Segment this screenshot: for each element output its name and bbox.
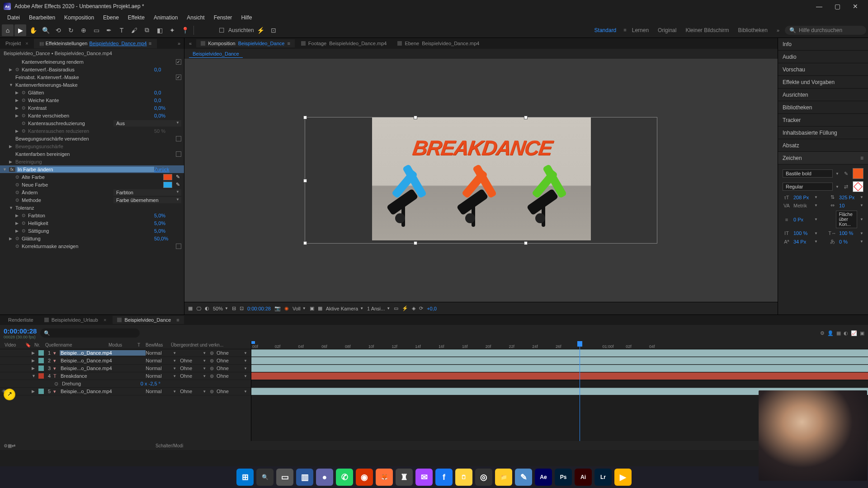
default-bg-icon[interactable]: ⊡ xyxy=(268,24,279,36)
hscale-value[interactable]: 100 % xyxy=(839,230,857,236)
menu-ansicht[interactable]: Ansicht xyxy=(182,14,209,22)
effect-row[interactable]: ▶⊙Helligkeit5,0% xyxy=(0,219,184,227)
clone-tool[interactable]: ⧉ xyxy=(141,24,153,36)
baseline-value[interactable]: 34 Px xyxy=(793,239,811,244)
comp-tab[interactable]: FootageBeispielvideo_Dance.mp4 xyxy=(297,39,392,47)
effect-row[interactable]: ▶⊙Weiche Kante0,0 xyxy=(0,96,184,104)
flowchart-icon[interactable]: ⟳ xyxy=(419,305,423,311)
rotate-tool[interactable]: ↻ xyxy=(65,24,77,36)
shy-icon[interactable]: 👤 xyxy=(827,330,834,336)
color-swatch[interactable] xyxy=(163,174,172,180)
menu-effekte[interactable]: Effekte xyxy=(123,14,149,22)
stopwatch-icon[interactable]: ⊙ xyxy=(22,121,25,126)
tracking-value[interactable]: 10 xyxy=(839,203,857,208)
stroke-swap-icon[interactable]: ⇄ xyxy=(842,184,850,190)
roi-icon[interactable]: ▣ xyxy=(310,305,314,311)
comp-sub-tab[interactable]: Beispielvideo_Dance xyxy=(189,50,243,58)
panel-overflow-icon[interactable]: » xyxy=(174,41,184,46)
checkbox[interactable] xyxy=(176,244,181,249)
comp-tab[interactable]: KompositionBeispielvideo_Dance≡ xyxy=(196,39,295,47)
project-tab[interactable]: Projekt× xyxy=(0,39,34,48)
font-style-dropdown[interactable]: Regular xyxy=(783,183,833,191)
menu-datei[interactable]: Datei xyxy=(3,14,24,22)
taskbar-app-icon[interactable]: Ai xyxy=(575,469,592,486)
workspace-original[interactable]: Original xyxy=(654,27,680,33)
panel-info[interactable]: Info xyxy=(778,38,868,51)
panel-bibliotheken[interactable]: Bibliotheken xyxy=(778,101,868,114)
dropdown[interactable]: Aus xyxy=(113,120,181,127)
stopwatch-icon[interactable]: ⊙ xyxy=(22,128,25,133)
fill-color-swatch[interactable] xyxy=(853,168,863,179)
taskbar-app-icon[interactable]: ▶ xyxy=(614,469,632,486)
taskbar-app-icon[interactable]: f xyxy=(435,469,453,486)
switches-label[interactable]: Schalter/Modi xyxy=(156,443,183,448)
effect-row[interactable]: ▶⊙Glätten0,0 xyxy=(0,89,184,96)
zoom-dropdown[interactable]: 50% ▼ xyxy=(213,306,228,311)
timeline-timecode[interactable]: 0:00:00:28 xyxy=(4,327,37,335)
timecode-icon[interactable]: ⊡ xyxy=(240,305,244,311)
taskbar-app-icon[interactable]: Ae xyxy=(535,469,552,486)
taskbar-app-icon[interactable]: ⊞ xyxy=(236,469,254,486)
pixel-aspect-icon[interactable]: ▭ xyxy=(394,305,398,311)
font-size-value[interactable]: 208 Px xyxy=(793,195,811,200)
panel-menu-icon[interactable]: ≡ xyxy=(860,155,863,161)
font-family-dropdown[interactable]: Bastile bold xyxy=(783,169,833,178)
taskbar-app-icon[interactable]: ● xyxy=(316,469,333,486)
transparency-icon[interactable]: ▦ xyxy=(318,305,322,311)
layer-property-row[interactable]: ⊙Drehung0 x -2,5 ° xyxy=(0,380,251,388)
handle-br[interactable] xyxy=(524,241,528,245)
taskbar-app-icon[interactable]: 📁 xyxy=(495,469,512,486)
color-swatch[interactable] xyxy=(163,182,172,188)
taskbar-app-icon[interactable]: ▭ xyxy=(276,469,293,486)
panel-inhaltsbasierte-füllung[interactable]: Inhaltsbasierte Füllung xyxy=(778,127,868,139)
effect-row[interactable]: ▼Kantenverfeinerungs-Maske xyxy=(0,81,184,89)
taskbar-app-icon[interactable]: ◉ xyxy=(356,469,373,486)
effect-row[interactable]: ▼Toleranz xyxy=(0,204,184,211)
handle-tm[interactable] xyxy=(414,116,417,119)
workspace-lernen[interactable]: Lernen xyxy=(628,27,652,33)
effect-row[interactable]: ⊙Neue Farbe✎ xyxy=(0,181,184,188)
snap-checkbox[interactable]: ☐ xyxy=(216,24,227,36)
taskbar-app-icon[interactable]: ✆ xyxy=(336,469,353,486)
menu-fenster[interactable]: Fenster xyxy=(209,14,237,22)
snap-opts-icon[interactable]: ⚡ xyxy=(255,24,267,36)
maximize-button[interactable]: ▢ xyxy=(828,0,846,13)
pen-tool[interactable]: ✒ xyxy=(103,24,115,36)
effect-row[interactable]: ⊙KantenrauschreduzierungAus xyxy=(0,119,184,127)
menu-animation[interactable]: Animation xyxy=(149,14,182,22)
character-panel-header[interactable]: Zeichen ≡ xyxy=(778,152,868,164)
anchor-tool[interactable]: ⊕ xyxy=(78,24,90,36)
taskbar-app-icon[interactable]: ◎ xyxy=(475,469,492,486)
taskbar-app-icon[interactable]: ▥ xyxy=(296,469,313,486)
effect-row[interactable]: Bewegungsunschärfe verwenden xyxy=(0,135,184,142)
grid-icon[interactable]: ▦ xyxy=(188,305,193,311)
layer-row[interactable]: ▼4TBreakdanceNormal▼Ohne▼⊚Ohne▼ xyxy=(0,372,251,380)
effect-row[interactable]: ⊙MethodeFarbe übernehmen xyxy=(0,196,184,204)
comp-mini-icon[interactable]: ⚙ xyxy=(820,330,825,336)
stopwatch-icon[interactable]: ⊙ xyxy=(15,236,19,241)
effect-row[interactable]: Kantenfarben bereinigen xyxy=(0,150,184,158)
toggle-in-out-icon[interactable]: ⇄ xyxy=(12,443,15,448)
zoom-tool[interactable]: 🔍 xyxy=(40,24,52,36)
dropdown[interactable]: Farbton xyxy=(113,189,181,196)
eyedropper-icon[interactable]: ✎ xyxy=(174,174,181,180)
current-time-indicator[interactable] xyxy=(580,341,580,441)
res-icon[interactable]: ⊟ xyxy=(232,305,236,311)
checkbox[interactable] xyxy=(176,75,181,80)
effect-row[interactable]: ▶⊙Kante verschieben0,0% xyxy=(0,112,184,119)
stopwatch-icon[interactable]: ⊙ xyxy=(22,213,25,218)
rect-tool[interactable]: ▭ xyxy=(90,24,102,36)
layer-bar[interactable] xyxy=(251,380,868,387)
monitor-icon[interactable]: 🖵 xyxy=(196,306,201,311)
orbit-tool[interactable]: ⟲ xyxy=(52,24,64,36)
stopwatch-icon[interactable]: ⊙ xyxy=(22,105,25,110)
stopwatch-icon[interactable]: ⊙ xyxy=(15,197,19,202)
composition-viewer[interactable]: BREAKDANCE xyxy=(184,59,778,302)
taskbar-app-icon[interactable]: 🔍 xyxy=(256,469,274,486)
effect-row[interactable]: ▶⊙Kantenverf.-Basisradius0,0 xyxy=(0,66,184,73)
vscale-value[interactable]: 100 % xyxy=(793,230,811,236)
stopwatch-icon[interactable]: ⊙ xyxy=(22,228,25,233)
menu-bearbeiten[interactable]: Bearbeiten xyxy=(24,14,60,22)
stroke-mode-dropdown[interactable]: Fläche über Kon... xyxy=(836,211,857,228)
channel-icon[interactable]: ◉ xyxy=(284,305,289,311)
